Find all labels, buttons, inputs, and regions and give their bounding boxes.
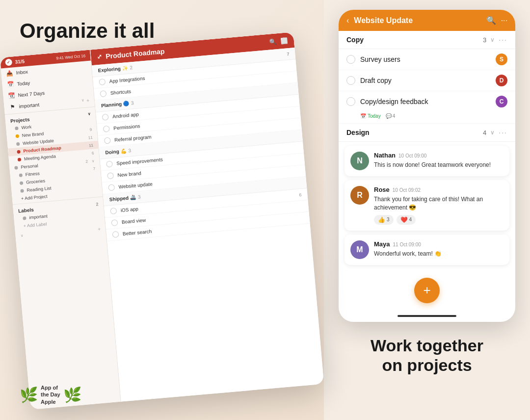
website-update-count: 11 — [88, 135, 93, 140]
left-panel: Organize it all ✓ 31/5 9:41 Wed Oct 16 📥… — [0, 0, 324, 420]
fitness-count: 7 — [93, 166, 95, 171]
copy-count: 3 — [483, 36, 486, 44]
comment-maya-body: Maya 11 Oct 09:00 Wonderful work, team! … — [374, 240, 504, 259]
add-project-label: + Add Project — [21, 194, 48, 201]
right-panel: ‹ Website Update 🔍 ··· Copy 3 ∨ ··· Surv… — [324, 0, 530, 420]
task-circle — [108, 184, 115, 191]
bottom-chevron: ∨ — [20, 234, 24, 238]
task-circle — [102, 114, 109, 121]
new-brand-count: 9 — [89, 127, 92, 131]
task-survey-users[interactable]: Survey users S — [339, 49, 515, 70]
design-count: 4 — [483, 129, 486, 136]
personal-chevron: ∨ — [91, 158, 95, 163]
survey-users-avatar: S — [496, 53, 507, 65]
thumbs-up-count: 3 — [387, 217, 390, 222]
task-circle — [103, 126, 110, 132]
calendar-icon: 📅 — [360, 113, 366, 119]
work-dot — [15, 126, 19, 130]
today-label: Today — [17, 80, 30, 86]
nathan-time: 10 Oct 09:00 — [398, 153, 426, 158]
planning-label: Planning 🔵 — [101, 101, 130, 108]
groceries-dot — [20, 181, 24, 185]
share-icon[interactable]: ⬜ — [280, 37, 288, 44]
comment-rose: R Rose 10 Oct 09:02 Thank you for taking… — [344, 180, 509, 231]
task-circle — [106, 160, 113, 167]
exploring-right-num: 7 — [287, 52, 290, 56]
task-circle — [107, 172, 114, 179]
task-survey-users-text: Survey users — [360, 55, 491, 63]
reading-list-label: Reading List — [26, 185, 52, 192]
phone-mockup: ‹ Website Update 🔍 ··· Copy 3 ∨ ··· Surv… — [339, 10, 515, 322]
rose-name: Rose — [374, 186, 390, 193]
maya-text: Wonderful work, team! 👏 — [374, 250, 504, 258]
comment-icon: 💬 — [386, 113, 392, 119]
design-chevron-icon: ∨ — [490, 129, 495, 136]
phone-search-button[interactable]: 🔍 — [486, 16, 496, 25]
design-section-header[interactable]: Design 4 ∨ ··· — [339, 124, 515, 142]
task-text: Board view — [121, 217, 146, 225]
phone-more-button[interactable]: ··· — [501, 16, 507, 25]
label-important-text: important — [29, 213, 48, 220]
chevron-down-icon: ∨ — [81, 98, 85, 104]
badge-line2: the Day — [41, 391, 60, 398]
add-fab-button[interactable]: + — [414, 278, 440, 303]
task-copy-design-feedback[interactable]: Copy/design feedback C 📅 Today 💬 4 — [339, 91, 515, 124]
meeting-agenda-dot — [18, 158, 22, 161]
doing-label: Doing 💪 — [105, 148, 127, 156]
heart-reaction[interactable]: ❤️ 4 — [397, 215, 416, 225]
shipped-label: Shipped 🚢 — [109, 194, 136, 202]
design-label: Design — [346, 129, 483, 136]
task-text: Better search — [123, 229, 152, 236]
doing-count: 3 — [128, 148, 132, 153]
search-icon[interactable]: 🔍 — [269, 38, 277, 45]
product-roadmap-count: 11 — [89, 143, 94, 148]
add-icon: + — [423, 283, 430, 298]
comment-nathan: N Nathan 10 Oct 09:00 This is now done! … — [344, 146, 509, 176]
ios-num: 6 — [299, 192, 302, 197]
thumbs-up-reaction[interactable]: 👍 3 — [374, 215, 394, 225]
rose-text: Thank you for taking care of this! What … — [374, 195, 504, 212]
plus-icon[interactable]: + — [86, 98, 90, 103]
ipad-main-content: ⤢ Product Roadmap 🔍 ⬜ Exploring ✨ 2 7 Ap… — [90, 32, 324, 401]
task-comment-tag: 💬 4 — [386, 113, 396, 119]
bottom-plus[interactable]: + — [98, 226, 101, 232]
date-text: Today — [368, 113, 381, 119]
product-roadmap-dot — [17, 150, 21, 154]
comment-rose-body: Rose 10 Oct 09:02 Thank you for taking c… — [374, 186, 504, 225]
check-icon: ✓ — [5, 58, 12, 66]
projects-label: Projects — [10, 117, 30, 124]
task-text: Referral program — [114, 134, 152, 143]
fitness-dot — [19, 173, 23, 177]
design-more-icon[interactable]: ··· — [499, 129, 507, 136]
fab-container: + — [339, 269, 515, 312]
shipped-count: 3 — [137, 194, 141, 200]
comment-nathan-body: Nathan 10 Oct 09:00 This is now done! Gr… — [374, 152, 504, 170]
task-text: Website update — [118, 181, 153, 189]
copy-section-header[interactable]: Copy 3 ∨ ··· — [339, 31, 515, 49]
phone-top-bar: ‹ Website Update 🔍 ··· — [339, 10, 515, 31]
ipad-mockup: ✓ 31/5 9:41 Wed Oct 16 📥 Inbox 📅 Today 📆… — [0, 32, 324, 410]
copy-more-icon[interactable]: ··· — [499, 36, 507, 44]
task-circle — [104, 137, 111, 144]
project-main-title: Product Roadmap — [106, 47, 165, 60]
back-button[interactable]: ‹ — [346, 16, 349, 25]
copy-chevron-icon: ∨ — [490, 36, 495, 43]
task-text: Permissions — [113, 123, 140, 131]
planning-count: 3 — [131, 100, 134, 105]
draft-copy-avatar: D — [496, 75, 507, 86]
projects-chevron[interactable]: ∨ — [87, 112, 91, 116]
badge-line1: App of — [41, 384, 60, 391]
nathan-avatar: N — [350, 152, 369, 170]
task-draft-copy[interactable]: Draft copy D — [339, 70, 515, 91]
right-tagline: Work together on projects — [371, 336, 483, 376]
task-count: 31/5 — [15, 58, 25, 65]
labels-label: Labels — [18, 207, 34, 214]
rose-reactions: 👍 3 ❤️ 4 — [374, 215, 504, 225]
comment-maya-header: Maya 11 Oct 09:00 — [374, 240, 504, 248]
important-label: important — [19, 102, 39, 109]
phone-title: Website Update — [354, 16, 481, 25]
personal-dot — [14, 166, 18, 170]
new-brand-label: New Brand — [22, 131, 44, 138]
task-text: Android app — [112, 111, 139, 119]
add-label-text: + Add Label — [23, 221, 47, 228]
